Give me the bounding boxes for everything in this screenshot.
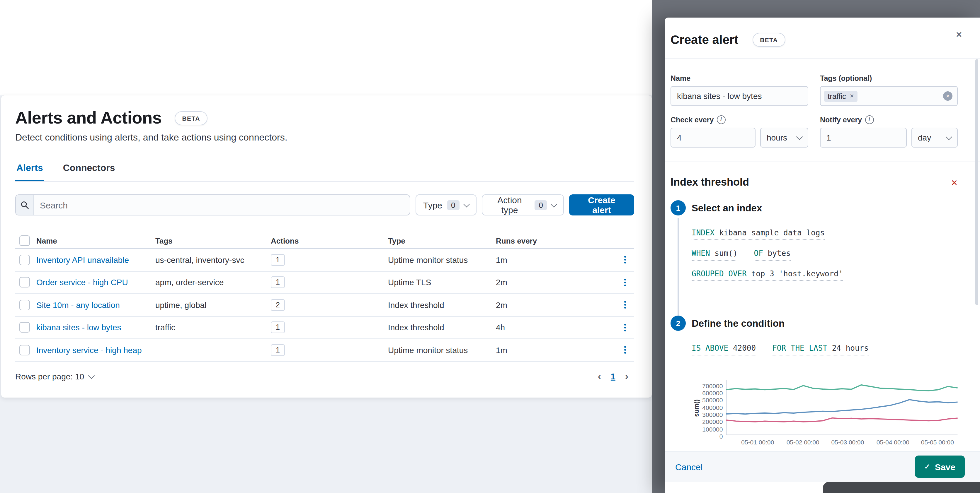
row-checkbox[interactable]: [19, 277, 30, 288]
alert-runs-every: 1m: [496, 255, 606, 265]
chevron-down-icon: [796, 133, 803, 140]
x-tick-label: 05-01 00:00: [741, 439, 774, 445]
check-every-label: Check every i: [671, 115, 808, 124]
screen: Alerts and Actions BETA Detect condition…: [0, 0, 980, 493]
row-checkbox[interactable]: [19, 345, 30, 355]
alert-type: Uptime TLS: [388, 278, 496, 287]
alert-tags: us-central, inventory-svc: [155, 255, 271, 265]
alert-type: Uptime monitor status: [388, 346, 496, 355]
alert-name-link[interactable]: Order service - high CPU: [37, 278, 128, 287]
step-title: Select an index: [692, 200, 958, 216]
column-header-name: Name: [37, 236, 155, 245]
next-page-icon[interactable]: ›: [625, 371, 628, 382]
previous-page-icon[interactable]: ‹: [598, 371, 601, 382]
x-tick-label: 05-05 00:00: [921, 439, 954, 445]
column-header-tags: Tags: [155, 236, 271, 245]
step-select-index: 1 Select an index INDEX kibana_sample_da…: [671, 200, 958, 315]
row-actions-menu-icon[interactable]: [624, 279, 626, 286]
alert-type: Uptime monitor status: [388, 255, 496, 265]
alert-name-input[interactable]: [671, 86, 808, 106]
when-expression[interactable]: WHEN sum(): [692, 249, 738, 260]
filter-type-button[interactable]: Type 0: [415, 194, 477, 216]
tabs: Alerts Connectors: [15, 163, 634, 182]
column-header-runs-every: Runs every: [496, 236, 606, 245]
page-number[interactable]: 1: [611, 371, 616, 381]
alert-name-link[interactable]: kibana sites - low bytes: [37, 323, 121, 332]
row-actions-menu-icon[interactable]: [624, 324, 626, 331]
row-actions-menu-icon[interactable]: [624, 256, 626, 264]
remove-alert-type-icon[interactable]: ✕: [951, 178, 958, 187]
clear-tags-icon[interactable]: ✕: [943, 91, 953, 101]
name-label: Name: [671, 75, 808, 82]
chart-y-axis-labels: 0100000200000300000400000500000600000700…: [701, 380, 726, 436]
index-expression[interactable]: INDEX kibana_sample_data_logs: [692, 228, 825, 240]
alert-type: Index threshold: [388, 300, 496, 310]
alert-runs-every: 4h: [496, 323, 606, 332]
y-tick-label: 400000: [702, 404, 723, 411]
tab-connectors[interactable]: Connectors: [62, 163, 116, 181]
flyout-body: Name Tags (optional) traffic ✕ ✕: [665, 59, 980, 451]
select-all-checkbox[interactable]: [19, 235, 30, 246]
beta-badge: BETA: [175, 111, 208, 125]
chart-plot-area: 05-01 00:0005-02 00:0005-03 00:0005-04 0…: [726, 380, 958, 436]
alert-name-link[interactable]: Site 10m - any location: [37, 300, 120, 310]
beta-badge: BETA: [752, 33, 785, 47]
tag-badge: traffic ✕: [824, 90, 858, 101]
row-actions-menu-icon[interactable]: [624, 346, 626, 354]
close-icon[interactable]: ✕: [952, 29, 966, 40]
grouped-over-expression[interactable]: GROUPED OVER top 3 'host.keyword': [692, 269, 843, 281]
flyout-footer: Cancel ✓ Save: [665, 451, 980, 482]
alert-type-steps: 1 Select an index INDEX kibana_sample_da…: [671, 200, 958, 436]
tags-label: Tags (optional): [820, 75, 958, 82]
alert-name-link[interactable]: Inventory service - high heap: [37, 346, 142, 355]
rows-per-page-label: Rows per page: 10: [15, 371, 84, 381]
search-input[interactable]: [34, 195, 410, 215]
check-every-unit-select[interactable]: hours: [760, 128, 808, 147]
pagination: ‹ 1 ›: [598, 371, 628, 382]
remove-tag-icon[interactable]: ✕: [850, 93, 854, 99]
tags-input[interactable]: traffic ✕ ✕: [820, 86, 958, 106]
tab-alerts[interactable]: Alerts: [15, 163, 44, 181]
alert-type-title: Index threshold: [671, 176, 749, 189]
table-footer: Rows per page: 10 ‹ 1 ›: [15, 369, 634, 384]
page-top-area: [0, 0, 652, 95]
alert-name-link[interactable]: Inventory API unavailable: [37, 255, 129, 265]
row-actions-menu-icon[interactable]: [624, 301, 626, 309]
notify-every-input[interactable]: [820, 128, 907, 147]
y-tick-label: 300000: [702, 412, 723, 417]
table-row: Inventory API unavailable us-central, in…: [15, 249, 634, 271]
y-tick-label: 500000: [702, 397, 723, 403]
filter-action-type-button[interactable]: Action type 0: [482, 194, 564, 216]
y-tick-label: 700000: [702, 383, 723, 389]
time-window-expression[interactable]: FOR THE LAST 24 hours: [772, 344, 869, 355]
alerts-table: Name Tags Actions Type Runs every Invent…: [15, 233, 634, 361]
of-expression[interactable]: OF bytes: [754, 249, 791, 260]
flyout-scrollbar[interactable]: [975, 59, 978, 305]
filter-action-type-count: 0: [535, 200, 547, 210]
chart-x-axis-labels: 05-01 00:0005-02 00:0005-03 00:0005-04 0…: [726, 439, 958, 447]
alert-type: Index threshold: [388, 323, 496, 332]
rows-per-page-select[interactable]: Rows per page: 10: [15, 371, 94, 381]
step-number: 1: [671, 200, 686, 216]
check-every-input[interactable]: [671, 128, 756, 147]
actions-count-badge: 1: [271, 344, 285, 356]
flyout-header: Create alert BETA: [665, 17, 980, 59]
save-button-label: Save: [935, 462, 955, 472]
table-row: Site 10m - any location uptime, global 2…: [15, 294, 634, 317]
x-tick-label: 05-04 00:00: [877, 439, 909, 445]
cancel-button[interactable]: Cancel: [675, 462, 702, 472]
flyout-bottom-strip: [665, 482, 980, 493]
row-checkbox[interactable]: [19, 255, 30, 265]
threshold-expression[interactable]: IS ABOVE 42000: [692, 344, 756, 355]
row-checkbox[interactable]: [19, 300, 30, 310]
check-icon: ✓: [924, 463, 930, 471]
chart-y-axis-title: sum(): [692, 380, 701, 436]
create-alert-button[interactable]: Create alert: [569, 194, 634, 216]
save-button[interactable]: ✓ Save: [915, 455, 965, 478]
table-header-row: Name Tags Actions Type Runs every: [15, 233, 634, 249]
alert-tags: apm, order-service: [155, 278, 271, 287]
step-title: Define the condition: [692, 315, 958, 331]
row-checkbox[interactable]: [19, 322, 30, 333]
notify-every-unit-select[interactable]: day: [912, 128, 958, 147]
chevron-down-icon: [463, 201, 470, 208]
